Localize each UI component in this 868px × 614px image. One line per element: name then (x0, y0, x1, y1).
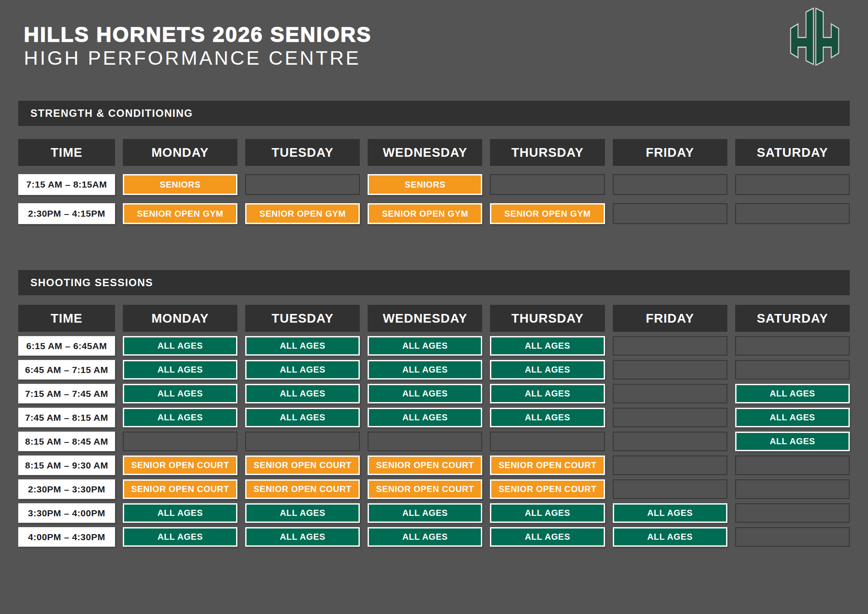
time-slot-label: 8:15 AM – 8:45 AM (18, 432, 115, 451)
session-senior-open-court: SENIOR OPEN COURT (368, 456, 482, 475)
page-title: HILLS HORNETS 2026 SENIORS HIGH PERFORMA… (24, 24, 372, 68)
strength-conditioning-table: TIMEMONDAYTUESDAYWEDNESDAYTHURSDAYFRIDAY… (18, 139, 850, 224)
session-senior-open-court: SENIOR OPEN COURT (245, 479, 360, 499)
session-all-ages: ALL AGES (245, 336, 360, 356)
session-all-ages: ALL AGES (735, 408, 850, 427)
empty-slot (735, 503, 850, 523)
session-all-ages: ALL AGES (245, 360, 360, 380)
empty-slot (490, 432, 605, 451)
session-senior-open-court: SENIOR OPEN COURT (123, 479, 237, 499)
day-column-header-thursday: THURSDAY (490, 305, 605, 332)
time-slot-label: 2:30PM – 3:30PM (18, 479, 115, 499)
empty-slot (613, 479, 727, 499)
session-all-ages: ALL AGES (490, 503, 605, 523)
session-senior-open-court: SENIOR OPEN COURT (368, 479, 482, 499)
day-column-header-wednesday: WEDNESDAY (368, 305, 482, 332)
empty-slot (613, 336, 727, 356)
day-column-header-monday: MONDAY (123, 139, 237, 166)
session-all-ages: ALL AGES (368, 527, 482, 547)
session-all-ages: ALL AGES (490, 408, 605, 427)
time-slot-label: 3:30PM – 4:00PM (18, 503, 115, 523)
day-column-header-thursday: THURSDAY (490, 139, 605, 166)
day-column-header-wednesday: WEDNESDAY (368, 139, 482, 166)
session-all-ages: ALL AGES (368, 408, 482, 427)
empty-slot (368, 432, 482, 451)
day-column-header-monday: MONDAY (123, 305, 237, 332)
day-column-header-saturday: SATURDAY (735, 139, 850, 166)
day-column-header-friday: FRIDAY (613, 139, 727, 166)
title-line-1: HILLS HORNETS 2026 SENIORS (24, 24, 372, 45)
session-senior-open-court: SENIOR OPEN COURT (245, 456, 360, 475)
time-slot-label: 7:45 AM – 8:15 AM (18, 408, 115, 427)
empty-slot (613, 408, 727, 427)
session-all-ages: ALL AGES (123, 503, 237, 523)
session-all-ages: ALL AGES (368, 360, 482, 380)
time-slot-label: 7:15 AM – 8:15AM (18, 174, 115, 195)
time-slot-label: 8:15 AM – 9:30 AM (18, 456, 115, 475)
empty-slot (613, 456, 727, 475)
empty-slot (245, 174, 360, 195)
session-all-ages: ALL AGES (368, 503, 482, 523)
session-all-ages: ALL AGES (123, 336, 237, 356)
empty-slot (735, 479, 850, 499)
section-header-shooting-sessions: SHOOTING SESSIONS (18, 270, 850, 295)
empty-slot (490, 174, 605, 195)
session-all-ages: ALL AGES (245, 408, 360, 427)
session-all-ages: ALL AGES (490, 384, 605, 403)
empty-slot (613, 360, 727, 380)
session-all-ages: ALL AGES (368, 336, 482, 356)
session-all-ages: ALL AGES (490, 527, 605, 547)
session-all-ages: ALL AGES (735, 384, 850, 403)
hills-hornets-logo-icon (788, 5, 841, 68)
empty-slot (735, 360, 850, 380)
session-all-ages: ALL AGES (490, 360, 605, 380)
empty-slot (735, 336, 850, 356)
title-line-2: HIGH PERFORMANCE CENTRE (24, 48, 372, 68)
session-all-ages: ALL AGES (613, 527, 727, 547)
session-seniors: SENIORS (368, 174, 482, 195)
session-senior-open-court: SENIOR OPEN COURT (490, 456, 605, 475)
day-column-header-tuesday: TUESDAY (245, 305, 360, 332)
day-column-header-saturday: SATURDAY (735, 305, 850, 332)
section-header-strength-conditioning: STRENGTH & CONDITIONING (18, 101, 850, 126)
session-all-ages: ALL AGES (123, 408, 237, 427)
empty-slot (735, 527, 850, 547)
empty-slot (123, 432, 237, 451)
session-senior-open-gym: SENIOR OPEN GYM (490, 203, 605, 224)
session-all-ages: ALL AGES (245, 384, 360, 403)
session-all-ages: ALL AGES (735, 432, 850, 451)
time-column-header: TIME (18, 139, 115, 166)
time-column-header: TIME (18, 305, 115, 332)
session-all-ages: ALL AGES (123, 527, 237, 547)
empty-slot (613, 174, 727, 195)
session-all-ages: ALL AGES (123, 384, 237, 403)
empty-slot (735, 456, 850, 475)
session-senior-open-gym: SENIOR OPEN GYM (245, 203, 360, 224)
session-all-ages: ALL AGES (613, 503, 727, 523)
session-all-ages: ALL AGES (490, 336, 605, 356)
time-slot-label: 6:45 AM – 7:15 AM (18, 360, 115, 380)
empty-slot (735, 203, 850, 224)
shooting-sessions-table: TIMEMONDAYTUESDAYWEDNESDAYTHURSDAYFRIDAY… (18, 305, 850, 547)
day-column-header-tuesday: TUESDAY (245, 139, 360, 166)
session-senior-open-gym: SENIOR OPEN GYM (123, 203, 237, 224)
empty-slot (613, 384, 727, 403)
time-slot-label: 2:30PM – 4:15PM (18, 203, 115, 224)
session-all-ages: ALL AGES (245, 527, 360, 547)
session-all-ages: ALL AGES (368, 384, 482, 403)
empty-slot (613, 432, 727, 451)
empty-slot (613, 203, 727, 224)
empty-slot (735, 174, 850, 195)
time-slot-label: 7:15 AM – 7:45 AM (18, 384, 115, 403)
session-all-ages: ALL AGES (123, 360, 237, 380)
session-senior-open-gym: SENIOR OPEN GYM (368, 203, 482, 224)
session-all-ages: ALL AGES (245, 503, 360, 523)
time-slot-label: 4:00PM – 4:30PM (18, 527, 115, 547)
session-senior-open-court: SENIOR OPEN COURT (490, 479, 605, 499)
empty-slot (245, 432, 360, 451)
session-seniors: SENIORS (123, 174, 237, 195)
time-slot-label: 6:15 AM – 6:45AM (18, 336, 115, 356)
day-column-header-friday: FRIDAY (613, 305, 727, 332)
session-senior-open-court: SENIOR OPEN COURT (123, 456, 237, 475)
